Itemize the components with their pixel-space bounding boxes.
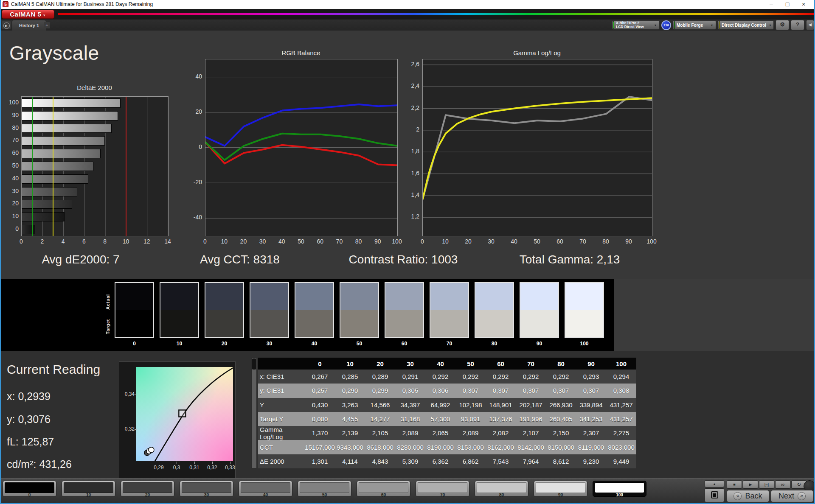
table-row: Y0,4303,26314,56634,39764,992102,198148,… [258,398,636,412]
target-color [340,310,378,337]
level-label: 30 [180,493,233,497]
table-cell: 266,930 [546,398,576,412]
calman-window: 5 CalMAN 5 CalMAN Ultimate for Business … [0,0,815,504]
table-cell: 8162,000 [486,440,516,454]
tab-history-1[interactable]: History 1 [12,20,46,31]
table-cell: 14,566 [365,398,395,412]
swatch-level-label: 0 [114,341,155,347]
level-button-0[interactable]: 0 [3,481,56,497]
table-cell: 2,082 [486,426,516,440]
back-button[interactable]: « Back [727,490,769,502]
target-color [385,310,423,337]
meter-count-badge[interactable]: 218 [661,20,671,30]
grayscale-swatch [115,282,154,338]
calman-logo-button[interactable]: CalMAN 5▼ [2,10,54,19]
settings-button[interactable]: ⚙ [776,20,789,30]
table-cell: 2,107 [516,426,546,440]
chevron-down-icon: ▼ [767,24,773,27]
table-cell: 2,089 [395,426,425,440]
deltae-bar [22,98,121,108]
level-button-30[interactable]: 30 [180,481,233,497]
deltae-y-tick: 50 [1,162,19,169]
swatch-level-label: 40 [294,341,335,347]
target-color [295,310,333,337]
cie-plot [136,367,233,461]
deltae-x-tick: 10 [117,238,134,245]
help-button[interactable]: ? [791,20,804,30]
gamma-chart-y-tick: 2,2 [396,104,419,111]
level-button-80[interactable]: 80 [475,481,528,497]
chevrons-right-icon: » [798,492,806,500]
calman-logo-label: CalMAN 5 [10,11,41,18]
table-cell: 137,376 [486,412,516,426]
rgb-balance-chart-x-tick: 60 [311,238,329,245]
table-row: Target Y0,0004,45514,27731,16857,30093,0… [258,412,636,426]
deltae-bar [22,200,72,209]
level-button-70[interactable]: 70 [416,481,469,497]
swatch-level-label: 100 [564,341,605,347]
deltae-y-tick: 80 [1,124,19,131]
minimize-button[interactable]: – [763,0,779,9]
table-cell: 8,612 [546,454,576,468]
display-control-dropdown[interactable]: Direct Display Control ▼ [718,20,774,30]
meter-dropdown[interactable]: X-Rite i1Pro 2 LCD Direct View ▼ [612,20,660,30]
rgb-balance-chart-y-tick: -20 [179,179,202,185]
gamma-chart-y-tick: 1,2 [396,213,419,220]
titlebar: 5 CalMAN 5 CalMAN Ultimate for Business … [0,0,815,9]
good-threshold-line [32,97,33,236]
stop-button[interactable]: ■ [727,480,742,489]
grayscale-swatch [295,282,334,338]
help-icon: ? [796,21,799,28]
table-cell: 1,370 [305,426,335,440]
scrollbar-thumb[interactable] [252,358,256,370]
level-button-100[interactable]: 100 [593,481,646,497]
table-cell: 7,964 [516,454,546,468]
level-button-60[interactable]: 60 [357,481,410,497]
table-header-cell: 40 [425,358,455,370]
rgb-balance-chart-x-tick: 0 [196,238,214,245]
source-dropdown[interactable]: Mobile Forge ▼ [673,20,716,30]
table-cell: 8280,000 [395,440,425,454]
tab-scroll-button[interactable]: ▶ [2,21,11,29]
gamma-chart-x-tick: 0 [413,238,432,245]
collapse-button[interactable]: ◀ [806,20,814,30]
next-label: Next [778,492,794,501]
fail-threshold-line [126,97,126,236]
loop-button[interactable]: ∞ [775,480,790,489]
table-cell: 8190,000 [425,440,455,454]
deltae-bar [22,136,105,146]
level-button-90[interactable]: 90 [534,481,587,497]
step-button[interactable]: [–] [759,480,774,489]
table-cell: 3,263 [335,398,365,412]
deltae-bar [22,124,112,133]
next-button[interactable]: Next » [771,490,813,502]
level-button-50[interactable]: 50 [298,481,351,497]
rgb-balance-chart-x-tick: 40 [273,238,291,245]
table-cell: 202,187 [516,398,546,412]
gamma-chart-y-tick: 1,6 [396,170,419,176]
gamma-chart-x-tick: 30 [482,238,500,245]
level-button-40[interactable]: 40 [239,481,292,497]
rgb-balance-chart-x-tick: 50 [292,238,310,245]
cie-x-tickmark [177,462,177,464]
level-swatch [359,482,408,493]
play-button[interactable]: ▶ [743,480,758,489]
table-cell: 0,308 [606,384,636,398]
table-cell: 31,168 [395,412,425,426]
table-cell: 0,307 [576,384,606,398]
target-color [160,310,198,337]
actual-color [295,283,333,310]
back-label: Back [745,492,762,501]
deltae-y-tick: 0 [1,225,19,232]
level-button-20[interactable]: 20 [121,481,174,497]
pattern-window-button[interactable] [705,488,724,502]
level-swatch [477,482,526,493]
level-swatch [64,482,113,493]
level-button-10[interactable]: 10 [62,481,115,497]
target-color [430,310,468,337]
add-tab-button[interactable]: + [44,22,50,28]
maximize-button[interactable]: □ [779,0,795,9]
pattern-up-button[interactable]: ▲ [705,480,724,487]
close-button[interactable]: × [795,0,812,9]
table-scrollbar[interactable] [251,358,257,468]
